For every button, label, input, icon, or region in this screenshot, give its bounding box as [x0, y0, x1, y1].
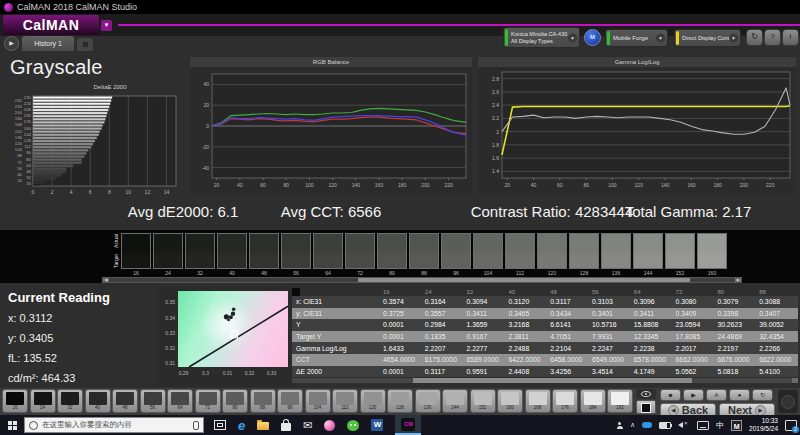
swatch-label: 120 [537, 270, 567, 276]
volume-muted-icon[interactable]: × [678, 421, 690, 429]
back-button[interactable]: ◀ Back [660, 403, 716, 415]
patch-button-64[interactable]: 64 [167, 389, 193, 413]
table-scroll-thumb[interactable] [413, 378, 691, 383]
calman-logo[interactable]: CalMAN [3, 15, 99, 35]
swatch-row: 1624324048566472808896104112120128136144… [121, 233, 727, 276]
table-cell: 6549.0000 [589, 356, 631, 363]
edge-button[interactable]: e [238, 415, 245, 435]
patch-label: 72 [196, 405, 220, 411]
ime-mode-indicator[interactable]: M [731, 420, 742, 431]
patch-button-176[interactable]: 176 [552, 389, 578, 413]
battery-icon[interactable] [659, 422, 671, 429]
loop-button[interactable]: ↻ [752, 389, 773, 401]
patch-button-112[interactable]: 112 [332, 389, 358, 413]
patch-button-192[interactable]: 192 [607, 389, 633, 413]
store-button[interactable] [281, 415, 291, 435]
swatch-actual [314, 234, 342, 253]
svg-text:20: 20 [214, 182, 220, 188]
people-icon[interactable] [617, 426, 623, 429]
photos-button[interactable] [324, 415, 335, 435]
strip-scrollbar[interactable]: ◀ ▶ [102, 277, 742, 283]
table-cell: 15.8808 [631, 321, 673, 328]
patch-button-16[interactable]: 16 [2, 389, 28, 413]
patch-button-120[interactable]: 120 [360, 389, 386, 413]
svg-text:235: 235 [24, 95, 32, 100]
svg-text:220: 220 [444, 182, 453, 188]
swatch-target [602, 253, 630, 268]
calman-taskbar-button[interactable]: CM [395, 415, 421, 435]
word-button[interactable]: W [371, 415, 383, 435]
wechat-button[interactable] [347, 415, 359, 435]
patch-button-144[interactable]: 144 [442, 389, 468, 413]
patch-button-152[interactable]: 152 [470, 389, 496, 413]
task-view-button[interactable] [214, 415, 226, 435]
patch-button-128[interactable]: 128 [387, 389, 413, 413]
start-button[interactable] [0, 415, 24, 435]
patch-button-80[interactable]: 80 [222, 389, 248, 413]
ime-language-indicator[interactable]: 中 [716, 420, 724, 431]
swatch-label: 48 [249, 270, 279, 276]
tab-prev-button[interactable]: ▶ [4, 36, 19, 51]
svg-text:48: 48 [26, 169, 31, 174]
tray-expand-icon[interactable]: ∧ [630, 421, 635, 429]
patch-button-184[interactable]: 184 [580, 389, 606, 413]
refresh-button[interactable]: ↻ [746, 29, 763, 46]
patch-button-32[interactable]: 32 [57, 389, 83, 413]
table-row: Target Y0.00010.18350.91672.38114.70517.… [292, 331, 798, 343]
patch-button-72[interactable]: 72 [195, 389, 221, 413]
scroll-left-icon[interactable]: ◀ [103, 278, 109, 282]
source-dropdown[interactable]: Mobile Forge ▼ [605, 29, 668, 47]
tab-stub[interactable] [77, 38, 93, 51]
patch-button-40[interactable]: 40 [85, 389, 111, 413]
patch-button-168[interactable]: 168 [525, 389, 551, 413]
svg-text:208: 208 [24, 107, 32, 112]
profile-button[interactable]: A [706, 389, 727, 401]
patch-window-button[interactable] [636, 400, 656, 414]
meter-dropdown[interactable]: Konica Minolta CA-430 All Display Types … [503, 27, 580, 48]
table-cell: 17.8085 [673, 333, 715, 340]
mail-button[interactable]: ✉ [303, 415, 312, 435]
play-button[interactable]: ▶ [683, 389, 704, 401]
preview-button[interactable] [636, 389, 656, 399]
patch-button-24[interactable]: 24 [30, 389, 56, 413]
stop-button[interactable]: ■ [660, 389, 681, 401]
help-button[interactable]: ? [764, 29, 781, 46]
action-center-icon[interactable]: 2 [785, 420, 797, 431]
clock[interactable]: 10:33 2019/5/24 [749, 417, 778, 433]
svg-text:232: 232 [15, 98, 23, 103]
patch-label: 88 [251, 405, 275, 411]
file-explorer-button[interactable] [257, 415, 269, 435]
table-cell: 12.3345 [631, 333, 673, 340]
row-label: ΔE 2000 [292, 368, 380, 375]
table-scrollbar[interactable] [292, 378, 798, 383]
patch-button-48[interactable]: 48 [112, 389, 138, 413]
patch-button-160[interactable]: 160 [497, 389, 523, 413]
next-button[interactable]: Next ▶ [719, 403, 775, 415]
display-control-dropdown[interactable]: Direct Display Control ▼ [674, 29, 741, 47]
patch-button-88[interactable]: 88 [250, 389, 276, 413]
swatch-152: 152 [665, 233, 695, 276]
table-cell: 0.3094 [464, 298, 506, 305]
swatch-label: 72 [345, 270, 375, 276]
extra-button[interactable] [781, 395, 795, 409]
onedrive-icon[interactable] [642, 422, 652, 428]
scroll-thumb[interactable] [358, 278, 690, 282]
meter-button[interactable]: ● [729, 389, 750, 401]
microphone-icon[interactable] [193, 421, 199, 430]
patch-button-136[interactable]: 136 [415, 389, 441, 413]
patch-label: 104 [306, 405, 330, 411]
swatch-label: 80 [377, 270, 407, 276]
touch-keyboard-icon[interactable] [697, 421, 709, 430]
patch-button-96[interactable]: 96 [277, 389, 303, 413]
svg-text:96: 96 [26, 150, 31, 155]
info-button[interactable]: i [782, 29, 799, 46]
scroll-right-icon[interactable]: ▶ [735, 278, 741, 282]
tab-history[interactable]: History 1 [22, 36, 74, 51]
patch-button-104[interactable]: 104 [305, 389, 331, 413]
taskbar-search[interactable]: 在这里输入你要搜索的内容 [24, 417, 204, 433]
table-cell: 0.3080 [673, 298, 715, 305]
patch-button-56[interactable]: 56 [140, 389, 166, 413]
reading-fL: fL: 135.52 [8, 348, 75, 368]
meter-connect-button[interactable]: M [584, 29, 601, 46]
logo-menu-button[interactable]: ▼ [101, 20, 112, 31]
